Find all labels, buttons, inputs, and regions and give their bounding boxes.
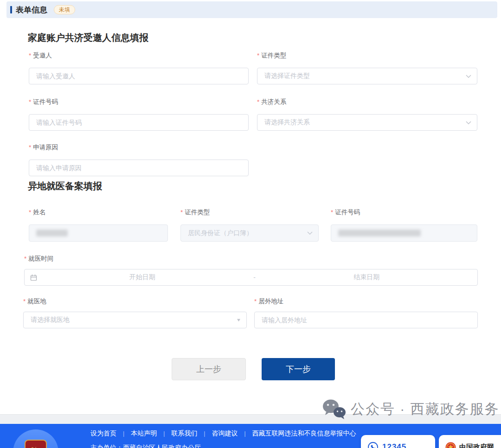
- cert-type-label-2: *证件类型: [180, 208, 319, 217]
- required-star: *: [29, 209, 31, 216]
- section1-title: 家庭账户共济受邀人信息填报: [28, 32, 148, 44]
- footer-link-suggestion[interactable]: 咨询建议: [212, 429, 238, 438]
- required-star: *: [257, 52, 259, 59]
- cert-no-label-1: *证件号码: [29, 97, 249, 107]
- required-star: *: [23, 298, 26, 305]
- calendar-icon: [30, 274, 37, 281]
- hotline-12345-card[interactable]: 12345: [361, 435, 435, 448]
- wechat-account-text: 公众号 · 西藏政务服务: [351, 400, 500, 419]
- cert-type-select-1[interactable]: 请选择证件类型: [257, 68, 477, 84]
- field-cert-no-1: *证件号码: [29, 97, 249, 131]
- chevron-down-icon: [307, 231, 313, 235]
- footer-link-statement[interactable]: 本站声明: [131, 429, 157, 438]
- redacted-name-value: [36, 230, 68, 237]
- end-date-placeholder[interactable]: 结束日期: [262, 273, 472, 282]
- address-input[interactable]: [254, 312, 478, 328]
- required-star: *: [29, 52, 31, 59]
- wechat-public-account-overlay: 公众号 · 西藏政务服务: [321, 398, 500, 420]
- prev-step-button[interactable]: 上一步: [172, 358, 246, 380]
- cert-type-value-2: 居民身份证（户口簿）: [188, 229, 307, 237]
- daterange-separator: -: [248, 274, 262, 281]
- form-header-title: 表单信息: [16, 5, 47, 15]
- start-date-placeholder[interactable]: 开始日期: [37, 273, 248, 282]
- required-star: *: [331, 209, 333, 216]
- cert-type-placeholder-1: 请选择证件类型: [264, 72, 466, 80]
- invitee-input[interactable]: [29, 68, 249, 84]
- tibet-emblem-icon: [29, 445, 43, 448]
- field-cert-no-2: *证件号码: [331, 208, 477, 242]
- national-emblem-icon: [445, 442, 456, 448]
- medical-place-placeholder: 请选择就医地: [31, 316, 237, 324]
- field-medical-time: *就医时间 开始日期 - 结束日期: [24, 254, 478, 286]
- required-star: *: [257, 98, 259, 105]
- field-address: *居外地址: [254, 297, 478, 328]
- next-step-button[interactable]: 下一步: [262, 358, 335, 380]
- gov-website-card[interactable]: 中国政府网: [439, 435, 501, 448]
- footer-link-divider: |: [244, 430, 245, 437]
- section2-title: 异地就医备案填报: [28, 180, 102, 192]
- address-label: *居外地址: [254, 297, 478, 306]
- medical-place-select[interactable]: 请选择就医地 ▼: [23, 312, 247, 328]
- medical-time-label: *就医时间: [24, 254, 478, 263]
- medical-place-label: *就医地: [23, 297, 247, 306]
- relation-select[interactable]: 请选择共济关系: [257, 114, 477, 131]
- required-star: *: [29, 144, 31, 151]
- footer-link-divider: |: [163, 430, 165, 437]
- field-cert-type-1: *证件类型 请选择证件类型: [257, 51, 477, 84]
- section-accent-bar: [10, 6, 12, 13]
- field-name: *姓名: [29, 208, 168, 242]
- chevron-down-icon: [466, 121, 471, 124]
- required-star: *: [29, 98, 31, 105]
- cert-type-label-1: *证件类型: [257, 51, 477, 60]
- reason-label: *申请原因: [29, 143, 249, 152]
- reason-input[interactable]: [29, 160, 249, 176]
- form-section-header: 表单信息 未填: [6, 1, 497, 18]
- gov-site-label: 中国政府网: [459, 443, 494, 448]
- required-star: *: [24, 255, 26, 262]
- invitee-label: *受邀人: [29, 51, 249, 60]
- footer-link-contact[interactable]: 联系我们: [171, 429, 197, 438]
- field-relation: *共济关系 请选择共济关系: [257, 97, 477, 131]
- redacted-cert-no-value: [338, 230, 421, 237]
- field-medical-place: *就医地 请选择就医地 ▼: [23, 297, 247, 328]
- footer-link-home[interactable]: 设为首页: [90, 429, 116, 438]
- unfilled-status-badge: 未填: [54, 5, 75, 14]
- wechat-icon: [321, 398, 347, 420]
- field-cert-type-2: *证件类型 居民身份证（户口簿）: [180, 208, 319, 242]
- field-reason: *申请原因: [29, 143, 249, 176]
- footer-organizer: 主办单位：西藏自治区人民政府办公厅: [90, 444, 201, 448]
- cert-no-label-2: *证件号码: [331, 208, 477, 217]
- name-input-disabled: [29, 224, 168, 242]
- caret-down-icon: ▼: [236, 318, 242, 322]
- chevron-down-icon: [466, 75, 471, 78]
- phone-icon: [367, 442, 379, 448]
- required-star: *: [180, 209, 183, 216]
- medical-time-daterange[interactable]: 开始日期 - 结束日期: [24, 269, 478, 286]
- relation-placeholder: 请选择共济关系: [264, 118, 466, 127]
- footer-link-report-center[interactable]: 西藏互联网违法和不良信息举报中心: [252, 429, 356, 438]
- cert-type-select-2: 居民身份证（户口簿）: [180, 224, 319, 242]
- field-invitee: *受邀人: [29, 51, 249, 84]
- name-label: *姓名: [29, 208, 168, 217]
- footer-links: 设为首页 | 本站声明 | 联系我们 | 咨询建议 | 西藏互联网违法和不良信息…: [90, 429, 356, 438]
- cert-no-input-disabled: [331, 224, 477, 242]
- required-star: *: [254, 298, 257, 305]
- cert-no-input-1[interactable]: [29, 114, 249, 131]
- hotline-number: 12345: [382, 442, 406, 448]
- relation-label: *共济关系: [257, 97, 477, 107]
- footer-link-divider: |: [204, 430, 205, 437]
- page-root: 表单信息 未填 家庭账户共济受邀人信息填报 *受邀人 *证件类型 请选择证件类型…: [0, 0, 501, 448]
- footer-link-divider: |: [123, 430, 124, 437]
- site-logo-emblem: [25, 440, 47, 448]
